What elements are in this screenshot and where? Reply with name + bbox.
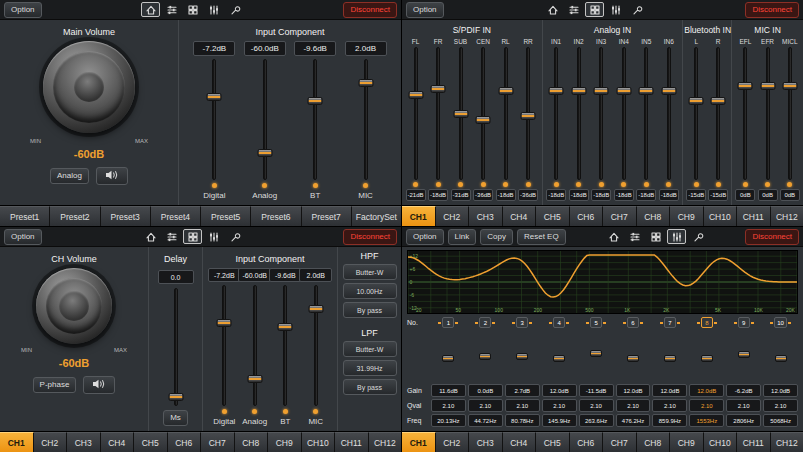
level-slider[interactable] <box>593 47 609 180</box>
tab-preset1[interactable]: Preset1 <box>0 206 50 226</box>
slider-handle[interactable] <box>664 355 676 362</box>
tab-ch3[interactable]: CH3 <box>469 432 503 452</box>
grid-icon[interactable] <box>183 2 202 17</box>
slider-handle[interactable] <box>594 87 609 95</box>
preset-list-icon[interactable] <box>162 229 181 244</box>
slider-handle[interactable] <box>207 93 222 101</box>
slider-handle[interactable] <box>431 85 446 93</box>
band-gain-value[interactable]: 11.6dB <box>431 384 466 397</box>
slider-handle[interactable] <box>168 393 183 401</box>
tab-ch1[interactable]: CH1 <box>0 432 34 452</box>
level-slider[interactable] <box>408 47 424 180</box>
tab-ch7[interactable]: CH7 <box>603 206 637 226</box>
band-qval-value[interactable]: 2.10 <box>542 399 577 412</box>
hpf-bypass-button[interactable]: By pass <box>343 302 397 318</box>
grid-icon[interactable] <box>585 2 604 17</box>
slider-handle[interactable] <box>358 79 373 87</box>
tab-ch12[interactable]: CH12 <box>369 432 402 452</box>
option-button[interactable]: Option <box>406 2 444 18</box>
tune-icon[interactable] <box>225 229 244 244</box>
tab-ch6[interactable]: CH6 <box>168 432 202 452</box>
home-icon[interactable] <box>141 229 160 244</box>
tab-ch11[interactable]: CH11 <box>737 206 771 226</box>
mute-button[interactable] <box>96 167 128 185</box>
tab-preset5[interactable]: Preset5 <box>201 206 251 226</box>
preset-list-icon[interactable] <box>564 2 583 17</box>
band-number[interactable]: 3 <box>516 317 528 328</box>
band-qval-value[interactable]: 2.10 <box>505 399 540 412</box>
tab-ch10[interactable]: CH10 <box>704 432 738 452</box>
tab-ch12[interactable]: CH12 <box>771 432 803 452</box>
slider-handle[interactable] <box>516 353 528 360</box>
level-slider[interactable] <box>638 47 654 180</box>
band-freq-value[interactable]: 2806Hz <box>726 414 761 427</box>
grid-icon[interactable] <box>646 229 665 244</box>
level-slider[interactable] <box>688 47 704 180</box>
band-gain-value[interactable]: 12.0dB <box>542 384 577 397</box>
home-icon[interactable] <box>141 2 160 17</box>
tab-ch4[interactable]: CH4 <box>101 432 135 452</box>
level-slider[interactable] <box>763 355 798 357</box>
slider-handle[interactable] <box>217 319 232 327</box>
slider-handle[interactable] <box>257 149 272 157</box>
tab-ch6[interactable]: CH6 <box>570 432 604 452</box>
slider-handle[interactable] <box>711 97 726 105</box>
level-slider[interactable] <box>308 285 324 406</box>
level-slider[interactable] <box>468 355 503 357</box>
slider-handle[interactable] <box>549 87 564 95</box>
band-number[interactable]: 8 <box>701 317 713 328</box>
tab-preset7[interactable]: Preset7 <box>302 206 352 226</box>
band-gain-value[interactable]: -6.2dB <box>726 384 761 397</box>
band-gain-value[interactable]: 12.0dB <box>689 384 724 397</box>
slider-handle[interactable] <box>590 350 602 357</box>
level-slider[interactable] <box>498 47 514 180</box>
option-button[interactable]: Option <box>4 229 42 245</box>
level-slider[interactable] <box>505 355 540 357</box>
band-freq-value[interactable]: 263.6Hz <box>579 414 614 427</box>
ch-volume-knob[interactable]: MIN MAX <box>15 266 133 356</box>
grid-icon[interactable] <box>183 229 202 244</box>
band-gain-value[interactable]: 12.0dB <box>616 384 651 397</box>
level-slider[interactable] <box>257 59 273 180</box>
tab-ch7[interactable]: CH7 <box>603 432 637 452</box>
link-button[interactable]: Link <box>448 229 477 245</box>
tab-ch2[interactable]: CH2 <box>34 432 68 452</box>
tab-preset6[interactable]: Preset6 <box>251 206 301 226</box>
tab-ch4[interactable]: CH4 <box>503 206 537 226</box>
disconnect-button[interactable]: Disconnect <box>745 2 799 18</box>
tab-preset2[interactable]: Preset2 <box>50 206 100 226</box>
slider-handle[interactable] <box>760 82 775 90</box>
band-gain-value[interactable]: 12.0dB <box>652 384 687 397</box>
band-number[interactable]: 9 <box>738 317 750 328</box>
slider-handle[interactable] <box>571 87 586 95</box>
level-slider[interactable] <box>616 355 651 357</box>
tab-ch10[interactable]: CH10 <box>302 432 336 452</box>
band-number[interactable]: 10 <box>774 317 787 328</box>
volume-knob-icon[interactable] <box>36 268 112 344</box>
tune-icon[interactable] <box>688 229 707 244</box>
hpf-type-button[interactable]: Butter-W <box>343 264 397 280</box>
band-number[interactable]: 5 <box>590 317 602 328</box>
tab-ch9[interactable]: CH9 <box>268 432 302 452</box>
tab-ch3[interactable]: CH3 <box>67 432 101 452</box>
tab-ch11[interactable]: CH11 <box>335 432 369 452</box>
slider-handle[interactable] <box>408 91 423 99</box>
copy-button[interactable]: Copy <box>480 229 513 245</box>
home-icon[interactable] <box>543 2 562 17</box>
band-qval-value[interactable]: 2.10 <box>726 399 761 412</box>
tab-ch5[interactable]: CH5 <box>536 432 570 452</box>
tab-ch8[interactable]: CH8 <box>235 432 269 452</box>
option-button[interactable]: Option <box>4 2 42 18</box>
band-number[interactable]: 4 <box>553 317 565 328</box>
slider-handle[interactable] <box>639 87 654 95</box>
level-slider[interactable] <box>431 355 466 357</box>
level-slider[interactable] <box>520 47 536 180</box>
tab-ch8[interactable]: CH8 <box>637 432 671 452</box>
preset-list-icon[interactable] <box>162 2 181 17</box>
main-volume-knob[interactable]: MIN MAX <box>24 39 154 147</box>
faders-icon[interactable] <box>204 2 223 17</box>
band-freq-value[interactable]: 44.72Hz <box>468 414 503 427</box>
disconnect-button[interactable]: Disconnect <box>343 229 397 245</box>
tab-ch6[interactable]: CH6 <box>570 206 604 226</box>
level-slider[interactable] <box>737 47 753 180</box>
